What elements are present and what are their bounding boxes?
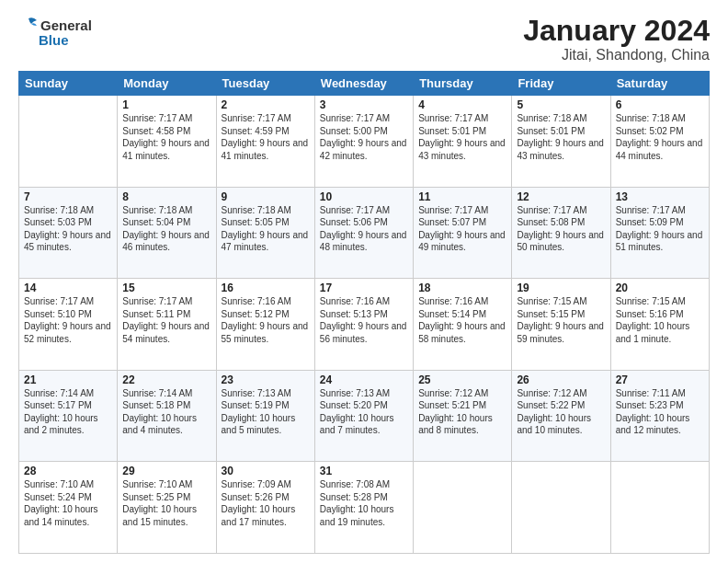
table-row: 10 Sunrise: 7:17 AMSunset: 5:06 PMDaylig… [314,187,413,279]
day-number: 21 [24,373,112,386]
table-row: 18 Sunrise: 7:16 AMSunset: 5:14 PMDaylig… [414,279,512,371]
cell-info: Sunrise: 7:17 AMSunset: 5:07 PMDaylight:… [418,204,506,254]
cell-info: Sunrise: 7:11 AMSunset: 5:23 PMDaylight:… [616,387,704,437]
day-number: 15 [122,282,210,294]
calendar-title: January 2024 [523,15,710,47]
table-row [414,462,512,554]
logo-general: General [40,17,92,33]
table-row [19,96,118,188]
table-row: 28 Sunrise: 7:10 AMSunset: 5:24 PMDaylig… [19,462,118,554]
day-number: 30 [222,465,310,477]
col-friday: Friday [512,72,610,96]
cell-info: Sunrise: 7:13 AMSunset: 5:19 PMDaylight:… [222,387,310,437]
logo-blue: Blue [39,32,69,48]
cell-info: Sunrise: 7:17 AMSunset: 5:00 PMDaylight:… [320,112,408,162]
table-row: 12 Sunrise: 7:17 AMSunset: 5:08 PMDaylig… [512,187,610,279]
day-number: 8 [122,190,210,203]
day-number: 23 [222,373,310,386]
table-row: 19 Sunrise: 7:15 AMSunset: 5:15 PMDaylig… [512,279,610,371]
cell-info: Sunrise: 7:17 AMSunset: 5:01 PMDaylight:… [418,112,506,162]
table-row: 24 Sunrise: 7:13 AMSunset: 5:20 PMDaylig… [314,370,413,462]
cell-info: Sunrise: 7:16 AMSunset: 5:12 PMDaylight:… [222,295,310,345]
day-number: 24 [320,373,408,386]
table-row: 14 Sunrise: 7:17 AMSunset: 5:10 PMDaylig… [19,279,118,371]
day-number: 27 [616,373,704,386]
day-number: 6 [616,98,704,111]
cell-info: Sunrise: 7:17 AMSunset: 5:11 PMDaylight:… [122,295,210,345]
cell-info: Sunrise: 7:17 AMSunset: 5:09 PMDaylight:… [616,204,704,254]
table-row: 22 Sunrise: 7:14 AMSunset: 5:18 PMDaylig… [118,370,216,462]
col-monday: Monday [118,72,216,96]
day-number: 14 [24,282,112,294]
cell-info: Sunrise: 7:15 AMSunset: 5:15 PMDaylight:… [517,295,605,345]
day-number: 4 [418,98,506,111]
cell-info: Sunrise: 7:14 AMSunset: 5:18 PMDaylight:… [122,387,210,437]
col-wednesday: Wednesday [314,72,413,96]
day-number: 22 [122,373,210,386]
cell-info: Sunrise: 7:18 AMSunset: 5:05 PMDaylight:… [222,204,310,254]
table-row: 20 Sunrise: 7:15 AMSunset: 5:16 PMDaylig… [610,279,709,371]
cell-info: Sunrise: 7:13 AMSunset: 5:20 PMDaylight:… [320,387,408,437]
table-row: 4 Sunrise: 7:17 AMSunset: 5:01 PMDayligh… [414,96,512,188]
cell-info: Sunrise: 7:18 AMSunset: 5:02 PMDaylight:… [616,112,704,162]
table-row: 2 Sunrise: 7:17 AMSunset: 4:59 PMDayligh… [216,96,314,188]
cell-info: Sunrise: 7:18 AMSunset: 5:03 PMDaylight:… [24,204,112,254]
table-row: 3 Sunrise: 7:17 AMSunset: 5:00 PMDayligh… [314,96,413,188]
day-number: 17 [320,282,408,294]
day-number: 13 [616,190,704,203]
calendar-week-row: 21 Sunrise: 7:14 AMSunset: 5:17 PMDaylig… [19,370,710,462]
title-block: January 2024 Jitai, Shandong, China [523,15,710,63]
table-row: 21 Sunrise: 7:14 AMSunset: 5:17 PMDaylig… [19,370,118,462]
cell-info: Sunrise: 7:15 AMSunset: 5:16 PMDaylight:… [616,295,704,345]
cell-info: Sunrise: 7:12 AMSunset: 5:21 PMDaylight:… [418,387,506,437]
table-row: 15 Sunrise: 7:17 AMSunset: 5:11 PMDaylig… [118,279,216,371]
cell-info: Sunrise: 7:16 AMSunset: 5:13 PMDaylight:… [320,295,408,345]
table-row: 30 Sunrise: 7:09 AMSunset: 5:26 PMDaylig… [216,462,314,554]
calendar-header-row: Sunday Monday Tuesday Wednesday Thursday… [19,72,710,96]
day-number: 11 [418,190,506,203]
day-number: 29 [122,465,210,477]
cell-info: Sunrise: 7:10 AMSunset: 5:25 PMDaylight:… [122,478,210,528]
table-row: 29 Sunrise: 7:10 AMSunset: 5:25 PMDaylig… [118,462,216,554]
day-number: 1 [122,98,210,111]
cell-info: Sunrise: 7:14 AMSunset: 5:17 PMDaylight:… [24,387,112,437]
table-row: 27 Sunrise: 7:11 AMSunset: 5:23 PMDaylig… [610,370,709,462]
col-tuesday: Tuesday [216,72,314,96]
table-row: 6 Sunrise: 7:18 AMSunset: 5:02 PMDayligh… [610,96,709,188]
table-row: 9 Sunrise: 7:18 AMSunset: 5:05 PMDayligh… [216,187,314,279]
cell-info: Sunrise: 7:18 AMSunset: 5:01 PMDaylight:… [517,112,605,162]
cell-info: Sunrise: 7:17 AMSunset: 5:08 PMDaylight:… [517,204,605,254]
logo-bird-icon [18,15,39,35]
calendar-week-row: 7 Sunrise: 7:18 AMSunset: 5:03 PMDayligh… [19,187,710,279]
day-number: 12 [517,190,605,203]
table-row: 16 Sunrise: 7:16 AMSunset: 5:12 PMDaylig… [216,279,314,371]
logo: General Blue [18,15,92,48]
cell-info: Sunrise: 7:17 AMSunset: 4:59 PMDaylight:… [222,112,310,162]
table-row [512,462,610,554]
col-sunday: Sunday [19,72,118,96]
cell-info: Sunrise: 7:12 AMSunset: 5:22 PMDaylight:… [517,387,605,437]
cell-info: Sunrise: 7:18 AMSunset: 5:04 PMDaylight:… [122,204,210,254]
cell-info: Sunrise: 7:17 AMSunset: 4:58 PMDaylight:… [122,112,210,162]
calendar-week-row: 1 Sunrise: 7:17 AMSunset: 4:58 PMDayligh… [19,96,710,188]
calendar-page: General Blue January 2024 Jitai, Shandon… [0,0,728,563]
day-number: 26 [517,373,605,386]
table-row: 1 Sunrise: 7:17 AMSunset: 4:58 PMDayligh… [118,96,216,188]
day-number: 7 [24,190,112,203]
cell-info: Sunrise: 7:17 AMSunset: 5:10 PMDaylight:… [24,295,112,345]
table-row: 25 Sunrise: 7:12 AMSunset: 5:21 PMDaylig… [414,370,512,462]
day-number: 10 [320,190,408,203]
day-number: 31 [320,465,408,477]
day-number: 9 [222,190,310,203]
calendar-subtitle: Jitai, Shandong, China [523,47,710,63]
table-row: 11 Sunrise: 7:17 AMSunset: 5:07 PMDaylig… [414,187,512,279]
calendar-table: Sunday Monday Tuesday Wednesday Thursday… [18,71,710,554]
day-number: 3 [320,98,408,111]
cell-info: Sunrise: 7:08 AMSunset: 5:28 PMDaylight:… [320,478,408,528]
calendar-week-row: 28 Sunrise: 7:10 AMSunset: 5:24 PMDaylig… [19,462,710,554]
day-number: 19 [517,282,605,294]
day-number: 5 [517,98,605,111]
table-row: 8 Sunrise: 7:18 AMSunset: 5:04 PMDayligh… [118,187,216,279]
table-row: 23 Sunrise: 7:13 AMSunset: 5:19 PMDaylig… [216,370,314,462]
cell-info: Sunrise: 7:16 AMSunset: 5:14 PMDaylight:… [418,295,506,345]
